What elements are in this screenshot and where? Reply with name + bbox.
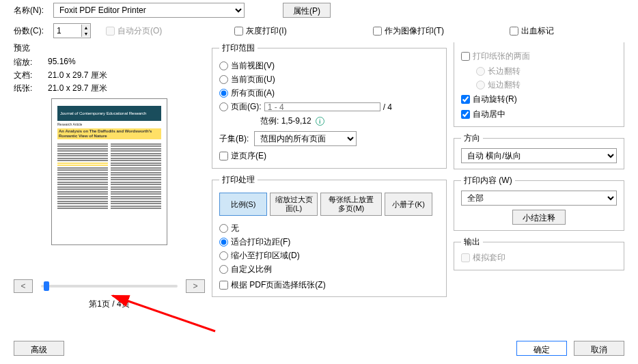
page-slider[interactable] — [41, 285, 178, 288]
current-page-radio[interactable] — [219, 75, 228, 84]
print-range-group: 打印范围 当前视图(V) 当前页面(U) 所有页面(A) 页面(G): / 4 … — [212, 42, 447, 169]
ok-button[interactable]: 确定 — [516, 341, 567, 356]
collate-checkbox: 自动分页(O) — [106, 25, 162, 37]
advanced-button[interactable]: 高级 — [14, 341, 64, 356]
choose-paper-by-pdf-checkbox[interactable]: 根据 PDF页面选择纸张(Z) — [219, 279, 439, 291]
subset-select[interactable]: 范围内的所有页面 — [254, 131, 357, 146]
print-content-group: 打印内容 (W) 全部 小结注释 — [454, 175, 624, 231]
next-page-button[interactable]: > — [186, 279, 205, 293]
slider-thumb-icon[interactable] — [44, 281, 49, 291]
doc-value: 21.0 x 29.7 厘米 — [48, 70, 107, 81]
spin-down-icon[interactable]: ▼ — [82, 31, 90, 37]
tab-multiple-per-sheet[interactable]: 每张纸上放置多页(M) — [320, 193, 382, 216]
tab-scale[interactable]: 比例(S) — [219, 193, 267, 216]
copies-stepper[interactable]: ▲▼ — [53, 23, 91, 38]
long-edge-radio — [476, 67, 485, 76]
print-content-title: 打印内容 (W) — [461, 175, 515, 186]
duplex-checkbox[interactable]: 打印纸张的两面 — [461, 51, 530, 62]
tab-booklet[interactable]: 小册子(K) — [385, 193, 432, 216]
preview-title: 预览 — [14, 42, 205, 54]
copies-label: 份数(C): — [14, 25, 48, 37]
all-pages-radio[interactable] — [219, 89, 228, 98]
auto-center-checkbox[interactable]: 自动居中 — [461, 109, 505, 120]
scale-none-radio[interactable] — [219, 224, 228, 233]
info-icon[interactable]: i — [316, 117, 324, 126]
prev-page-button[interactable]: < — [14, 279, 33, 293]
current-view-radio[interactable] — [219, 61, 228, 70]
pages-input[interactable] — [264, 102, 380, 111]
auto-rotate-checkbox[interactable]: 自动旋转(R) — [461, 94, 517, 105]
orientation-select[interactable]: 自动 横向/纵向 — [461, 148, 617, 163]
printer-name-label: 名称(N): — [14, 5, 48, 16]
pages-radio[interactable] — [219, 102, 228, 111]
page-indicator: 第1页 / 4页 — [14, 298, 205, 310]
summarize-comments-button[interactable]: 小结注释 — [512, 210, 566, 225]
orientation-title: 方向 — [461, 132, 483, 144]
reverse-order-checkbox[interactable]: 逆页序(E) — [219, 150, 266, 162]
scale-value: 95.16% — [48, 57, 76, 68]
scale-fit-radio[interactable] — [219, 238, 228, 247]
print-content-select[interactable]: 全部 — [461, 191, 617, 206]
properties-button[interactable]: 属性(P) — [283, 3, 331, 18]
copies-input[interactable] — [54, 24, 81, 38]
thumb-article-title: An Analysis on The Daffodils and Wordswo… — [57, 128, 161, 139]
grayscale-checkbox[interactable]: 灰度打印(I) — [234, 25, 286, 37]
paper-value: 21.0 x 29.7 厘米 — [48, 83, 107, 94]
preview-thumbnail: Journal of Contemporary Educational Rese… — [51, 98, 167, 245]
thumb-journal-title: Journal of Contemporary Educational Rese… — [57, 106, 161, 121]
print-handling-group: 打印处理 比例(S) 缩放过大页面(L) 每张纸上放置多页(M) 小册子(K) … — [212, 174, 447, 297]
print-range-title: 打印范围 — [219, 42, 258, 54]
scale-label: 缩放: — [14, 57, 48, 68]
range-hint: 范例: 1,5-9,12 — [260, 115, 311, 127]
simulate-overprint-checkbox: 模拟套印 — [461, 252, 505, 264]
short-edge-radio — [476, 81, 485, 89]
spin-up-icon[interactable]: ▲ — [82, 25, 90, 31]
bleed-marks-checkbox[interactable]: 出血标记 — [510, 25, 554, 37]
doc-label: 文档: — [14, 70, 48, 81]
print-as-image-checkbox[interactable]: 作为图像打印(T) — [373, 25, 444, 37]
subset-label: 子集(B): — [219, 133, 249, 145]
print-handling-title: 打印处理 — [219, 174, 258, 186]
duplex-group: 打印纸张的两面 长边翻转 短边翻转 自动旋转(R) 自动居中 — [454, 42, 624, 127]
orientation-group: 方向 自动 横向/纵向 — [454, 132, 624, 169]
tab-shrink-oversized[interactable]: 缩放过大页面(L) — [270, 193, 318, 216]
pages-total: / 4 — [383, 102, 392, 112]
scale-custom-radio[interactable] — [219, 265, 228, 274]
output-title: 输出 — [461, 236, 483, 248]
paper-label: 纸张: — [14, 83, 48, 94]
output-group: 输出 模拟套印 — [454, 236, 624, 270]
scale-shrink-radio[interactable] — [219, 251, 228, 260]
printer-select[interactable]: Foxit PDF Editor Printer — [53, 3, 245, 18]
cancel-button[interactable]: 取消 — [574, 341, 624, 356]
